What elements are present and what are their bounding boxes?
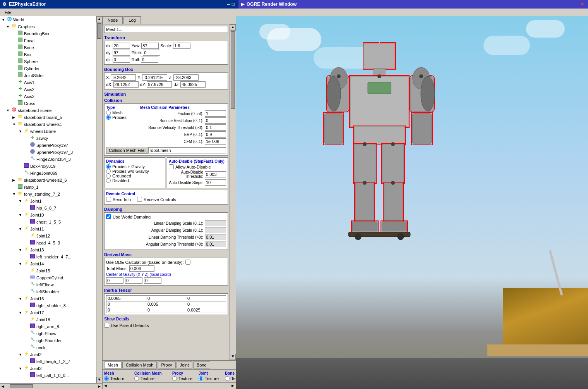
tree-item-leftcalf[interactable]: left_calf_1_0_0... [0, 372, 96, 379]
scroll-track[interactable] [96, 22, 102, 377]
erp-input[interactable] [205, 131, 226, 138]
tree-item-joint11[interactable]: ▼ ⚡ Joint11 [0, 225, 96, 232]
expand-joint1[interactable]: ▼ [19, 199, 23, 203]
mesh-name-input[interactable] [106, 27, 226, 32]
expand-joint14[interactable]: ▼ [19, 262, 23, 266]
expand-wheels1bone[interactable]: ▼ [19, 129, 23, 133]
tree-item-jointslider[interactable]: JointSlider [0, 72, 96, 79]
bottom-scroll-right[interactable]: ► [230, 383, 236, 388]
tree-item-joint10[interactable]: ▼ ⚡ Joint10 [0, 212, 96, 219]
grounded-radio[interactable] [106, 174, 111, 178]
expand-joint10[interactable]: ▼ [19, 213, 23, 217]
cog-z-input[interactable] [144, 277, 161, 284]
tree-item-rightelbow[interactable]: 🔧 rightElbow [0, 330, 96, 337]
use-parent-defaults-cb[interactable] [104, 323, 109, 328]
inertia-r2c0[interactable] [108, 308, 145, 312]
joint-texture-radio[interactable] [199, 376, 203, 381]
tree-item-hinge2joint354[interactable]: 🔧 Hinge2Joint354_3 [0, 156, 96, 163]
mesh-radio[interactable] [106, 110, 111, 115]
bottom-tab-mesh[interactable]: Mesh [104, 361, 122, 368]
tree-item-box[interactable]: Box [0, 51, 96, 58]
panel-scrollbar[interactable]: ▲ ▼ [230, 24, 236, 360]
maximize-btn[interactable]: □ [232, 2, 235, 7]
bbox-dx-input[interactable] [113, 81, 139, 88]
mesh-file-button[interactable]: Collision Mesh File: [106, 147, 148, 154]
linear-scale-input[interactable] [205, 220, 226, 226]
expand-skate-scene[interactable]: ▼ [6, 108, 11, 112]
angular-thresh-input[interactable] [205, 241, 226, 247]
tree-item-joint14[interactable]: ▼ ⚡ Joint14 [0, 260, 96, 267]
tree-item-cylinder[interactable]: Cylinder [0, 65, 96, 72]
menu-file[interactable]: File [2, 9, 15, 15]
tree-item-boxproxy819[interactable]: BoxProxy819 [0, 163, 96, 170]
scroll-down-btn[interactable]: ▼ [96, 377, 102, 383]
tree-item-axis3[interactable]: ✛ Axis3 [0, 93, 96, 100]
inertia-r0c2[interactable] [187, 296, 225, 301]
bbox-y-input[interactable] [142, 74, 167, 81]
threshold-input[interactable] [205, 171, 226, 177]
tree-item-wheels2[interactable]: ▶ 📁 skateboard-wheels2_6 [0, 177, 96, 184]
tree-item-head[interactable]: head_4_5_3 [0, 239, 96, 246]
tree-item-boundingbox[interactable]: BoundingBox [0, 30, 96, 37]
inertia-r0c1[interactable] [147, 296, 185, 301]
tree-item-joint3[interactable]: ▼ ⚡ Joint3 [0, 365, 96, 372]
friction-input[interactable] [205, 110, 226, 117]
panel-scroll-thumb[interactable] [231, 31, 235, 109]
expand-wheels1[interactable]: ▼ [12, 122, 17, 126]
bounce-vel-input[interactable] [205, 124, 226, 131]
expand-joint16[interactable]: ▼ [19, 297, 23, 301]
tree-item-graphics[interactable]: ▼ 📁 Graphics [0, 23, 96, 30]
inertia-r2c1[interactable] [147, 308, 185, 312]
bottom-tab-proxy[interactable]: Proxy [158, 361, 175, 368]
tree-scroll-area[interactable]: ▼ 🌐 World ▼ 📁 Graphics [0, 16, 96, 383]
tree-item-rightarm[interactable]: right_arm_8... [0, 323, 96, 330]
h-scroll-right[interactable]: ► [96, 384, 102, 389]
panel-scroll-up[interactable]: ▲ [230, 24, 236, 31]
proxies-gravity-radio[interactable] [106, 164, 111, 169]
yaw-input[interactable] [141, 43, 159, 49]
tree-item-axis2[interactable]: ✛ Axis2 [0, 86, 96, 93]
expand-tony[interactable]: ▼ [12, 192, 17, 196]
expand-world[interactable]: ▼ [2, 18, 6, 22]
cfm-input[interactable] [205, 138, 226, 145]
scale-input[interactable] [173, 43, 190, 49]
bottom-h-scroll[interactable]: ◄ ► [103, 382, 236, 388]
bottom-tab-joint[interactable]: Joint [177, 361, 192, 368]
disabled-radio[interactable] [106, 178, 111, 183]
tree-h-scroll[interactable]: ◄ ► [0, 383, 102, 389]
proxies-wo-gravity-radio[interactable] [106, 169, 111, 174]
tree-item-hip[interactable]: hip_6_8_7 [0, 205, 96, 212]
tree-item-joint17[interactable]: ▼ ⚡ Joint17 [0, 309, 96, 316]
tree-item-hingejoint069[interactable]: 🔧 HingeJoint069 [0, 170, 96, 177]
scroll-up-btn[interactable]: ▲ [96, 16, 102, 22]
tab-node[interactable]: Node [103, 16, 123, 24]
scroll-thumb[interactable] [97, 23, 101, 39]
send-info-cb[interactable] [106, 197, 111, 202]
tab-log[interactable]: Log [123, 16, 141, 24]
panel-scroll-down[interactable]: ▼ [230, 354, 236, 360]
expand-board5[interactable]: ▶ [12, 115, 17, 119]
bone-texture-radio[interactable] [225, 376, 230, 381]
steps-input[interactable] [205, 179, 226, 186]
tree-item-skate-scene[interactable]: ▼ 🎯 skateboard-scene [0, 107, 96, 114]
bbox-x-input[interactable] [111, 74, 136, 81]
dz-input[interactable] [113, 57, 130, 63]
ogre-close-btn[interactable]: ✕ [580, 2, 584, 7]
minimize-btn[interactable]: ─ [227, 2, 230, 7]
tree-item-chest[interactable]: chest_1_5_5 [0, 219, 96, 225]
tree-item-zzwxy[interactable]: ✛ zzwxy [0, 135, 96, 142]
tree-item-sphere[interactable]: Sphere [0, 58, 96, 65]
tree-item-leftshoulder[interactable]: 🔧 leftShoulder [0, 288, 96, 295]
tree-item-lefttheigh[interactable]: left_theigh_1_2_7 [0, 358, 96, 365]
total-mass-input[interactable] [129, 265, 154, 272]
inertia-r0c0[interactable] [108, 296, 145, 301]
expand-joint3[interactable]: ▼ [19, 367, 23, 370]
proxy-texture-radio[interactable] [172, 376, 177, 381]
tree-item-joint18[interactable]: ⚡ Joint18 [0, 316, 96, 323]
expand-joint13[interactable]: ▼ [19, 248, 23, 252]
cog-x-input[interactable] [106, 277, 123, 284]
tree-item-focal[interactable]: Focal [0, 37, 96, 44]
proxies-radio[interactable] [106, 115, 111, 120]
dx-input[interactable] [113, 43, 130, 49]
use-world-damping-cb[interactable] [106, 214, 111, 219]
